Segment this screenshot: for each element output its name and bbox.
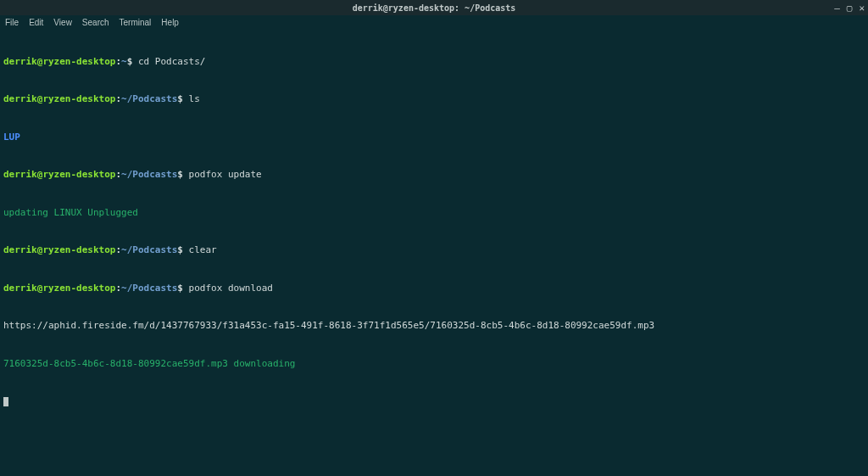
terminal-line: 7160325d-8cb5-4b6c-8d18-80992cae59df.mp3… bbox=[3, 358, 865, 371]
prompt-host: ryzen-desktop bbox=[42, 56, 115, 67]
terminal-output[interactable]: derrik@ryzen-desktop:~$ cd Podcasts/ der… bbox=[0, 29, 868, 423]
menubar: File Edit View Search Terminal Help bbox=[0, 15, 868, 29]
prompt-path: /Podcasts bbox=[127, 244, 178, 255]
command-text: podfox update bbox=[189, 169, 262, 180]
terminal-line: derrik@ryzen-desktop:~$ cd Podcasts/ bbox=[3, 56, 865, 69]
menu-help[interactable]: Help bbox=[161, 18, 179, 27]
prompt-path: /Podcasts bbox=[127, 169, 178, 180]
minimize-icon[interactable]: — bbox=[834, 3, 840, 13]
output-text: updating LINUX Unplugged bbox=[3, 207, 138, 218]
cursor-icon bbox=[3, 397, 8, 406]
menu-view[interactable]: View bbox=[53, 18, 72, 27]
prompt-user: derrik bbox=[3, 56, 37, 67]
window-titlebar: derrik@ryzen-desktop: ~/Podcasts — ▢ ✕ bbox=[0, 0, 868, 15]
prompt-user: derrik bbox=[3, 244, 37, 255]
prompt-host: ryzen-desktop bbox=[42, 244, 115, 255]
prompt-dollar: $ bbox=[177, 283, 188, 294]
prompt-tilde: ~ bbox=[121, 56, 127, 67]
output-text: 7160325d-8cb5-4b6c-8d18-80992cae59df.mp3… bbox=[3, 358, 295, 369]
command-text: cd Podcasts/ bbox=[138, 56, 205, 67]
prompt-user: derrik bbox=[3, 169, 37, 180]
terminal-line: derrik@ryzen-desktop:~/Podcasts$ clear bbox=[3, 244, 865, 257]
terminal-line: derrik@ryzen-desktop:~/Podcasts$ podfox … bbox=[3, 283, 865, 295]
prompt-tilde: ~ bbox=[121, 283, 127, 294]
menu-search[interactable]: Search bbox=[82, 18, 109, 27]
prompt-tilde: ~ bbox=[121, 93, 127, 104]
command-text: podfox download bbox=[189, 283, 273, 294]
terminal-line: derrik@ryzen-desktop:~/Podcasts$ podfox … bbox=[3, 169, 865, 182]
prompt-tilde: ~ bbox=[121, 244, 127, 255]
terminal-line: updating LINUX Unplugged bbox=[3, 207, 865, 220]
maximize-icon[interactable]: ▢ bbox=[847, 3, 853, 13]
terminal-line: derrik@ryzen-desktop:~/Podcasts$ ls bbox=[3, 93, 865, 106]
window-controls: — ▢ ✕ bbox=[834, 0, 865, 15]
prompt-dollar: $ bbox=[177, 169, 188, 180]
command-text: clear bbox=[189, 244, 217, 255]
prompt-host: ryzen-desktop bbox=[42, 93, 115, 104]
terminal-line: LUP bbox=[3, 132, 865, 144]
prompt-host: ryzen-desktop bbox=[42, 169, 115, 180]
window-title: derrik@ryzen-desktop: ~/Podcasts bbox=[353, 3, 516, 13]
terminal-line bbox=[3, 395, 865, 408]
prompt-user: derrik bbox=[3, 93, 37, 104]
prompt-dollar: $ bbox=[177, 93, 188, 104]
prompt-user: derrik bbox=[3, 283, 37, 294]
output-text: https://aphid.fireside.fm/d/1437767933/f… bbox=[3, 320, 654, 331]
menu-terminal[interactable]: Terminal bbox=[120, 18, 152, 27]
prompt-path: /Podcasts bbox=[127, 93, 178, 104]
prompt-host: ryzen-desktop bbox=[42, 283, 115, 294]
prompt-dollar: $ bbox=[177, 244, 188, 255]
command-text: ls bbox=[189, 93, 200, 104]
prompt-tilde: ~ bbox=[121, 169, 127, 180]
close-icon[interactable]: ✕ bbox=[859, 3, 865, 13]
prompt-path: /Podcasts bbox=[127, 283, 178, 294]
prompt-dollar: $ bbox=[127, 56, 138, 67]
terminal-line: https://aphid.fireside.fm/d/1437767933/f… bbox=[3, 320, 865, 333]
menu-edit[interactable]: Edit bbox=[29, 18, 43, 27]
ls-output-dir: LUP bbox=[3, 132, 20, 143]
menu-file[interactable]: File bbox=[5, 18, 19, 27]
